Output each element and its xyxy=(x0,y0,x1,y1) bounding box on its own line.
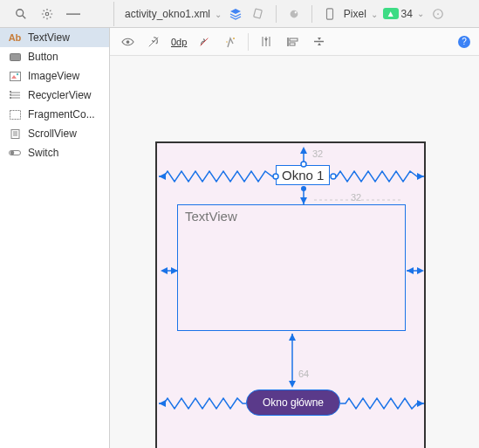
svg-marker-41 xyxy=(159,173,166,180)
placed-textview[interactable]: TextView xyxy=(177,204,406,331)
gear-icon[interactable] xyxy=(38,5,56,23)
button-icon xyxy=(9,51,21,63)
palette-label: ImageView xyxy=(28,70,79,82)
margin-label-top: 32 xyxy=(312,148,323,159)
svg-marker-54 xyxy=(171,267,178,274)
minimize-icon[interactable]: — xyxy=(65,5,82,23)
palette-label: Switch xyxy=(28,147,58,159)
default-margin[interactable]: 0dp xyxy=(171,37,187,47)
device-frame: 32 Okno 1 32 TextView xyxy=(155,141,426,448)
svg-rect-16 xyxy=(10,91,11,93)
svg-marker-60 xyxy=(289,381,296,388)
svg-rect-6 xyxy=(326,8,332,18)
palette-item-textview[interactable]: Ab TextView xyxy=(0,28,109,47)
design-canvas[interactable]: 32 Okno 1 32 TextView xyxy=(110,56,479,448)
textview-icon: Ab xyxy=(9,31,21,44)
palette-item-switch[interactable]: Switch xyxy=(0,143,109,162)
scrollview-icon xyxy=(9,128,21,140)
svg-rect-9 xyxy=(10,53,20,60)
svg-point-30 xyxy=(226,41,228,43)
constraint-arrow-right xyxy=(405,265,426,276)
top-toolbar: — activity_okno1.xml ⌄ Pixel ⌄ ▲ 34 ⌄ xyxy=(0,0,479,28)
recyclerview-icon xyxy=(9,89,21,101)
svg-point-2 xyxy=(45,12,49,16)
palette-label: ScrollView xyxy=(28,128,77,140)
search-icon[interactable] xyxy=(12,5,30,23)
more-icon[interactable] xyxy=(429,5,447,23)
rotate-icon[interactable] xyxy=(250,5,267,23)
palette-item-button[interactable]: Button xyxy=(0,47,109,66)
svg-point-45 xyxy=(301,162,306,167)
margin-label-bottom: 64 xyxy=(298,369,309,379)
svg-rect-36 xyxy=(290,38,298,41)
infer-constraints-icon[interactable] xyxy=(222,33,239,51)
device-icon[interactable] xyxy=(321,5,339,23)
guidelines-icon[interactable] xyxy=(257,33,275,51)
eye-icon[interactable] xyxy=(119,33,136,51)
svg-point-0 xyxy=(17,9,24,16)
palette-label: Button xyxy=(28,51,58,63)
svg-marker-50 xyxy=(300,197,307,204)
svg-marker-57 xyxy=(417,267,424,274)
constraint-arrow-bottom xyxy=(284,332,301,389)
palette-item-fragment[interactable]: FragmentCo... xyxy=(0,105,109,124)
clear-constraints-icon[interactable] xyxy=(195,33,213,51)
svg-marker-39 xyxy=(318,38,321,40)
palette-label: FragmentCo... xyxy=(28,108,95,121)
svg-rect-10 xyxy=(10,72,20,80)
svg-point-25 xyxy=(10,151,15,155)
align-icon[interactable] xyxy=(284,33,301,51)
svg-point-5 xyxy=(294,11,296,13)
theme-icon[interactable] xyxy=(285,5,303,23)
svg-line-27 xyxy=(149,37,159,46)
svg-point-8 xyxy=(437,13,439,15)
svg-point-47 xyxy=(273,174,278,179)
svg-marker-59 xyxy=(289,334,296,341)
file-name[interactable]: activity_okno1.xml ⌄ xyxy=(125,8,222,20)
help-icon[interactable]: ? xyxy=(458,36,470,48)
constraint-arrow-left xyxy=(159,265,180,276)
svg-marker-62 xyxy=(417,400,424,407)
android-icon: ▲ xyxy=(383,8,399,19)
svg-marker-56 xyxy=(407,267,414,274)
constraint-spring-horizontal-bottom xyxy=(157,395,428,412)
palette-item-imageview[interactable]: ImageView xyxy=(0,66,109,86)
svg-line-1 xyxy=(23,15,26,18)
palette-label: TextView xyxy=(28,31,70,44)
svg-marker-61 xyxy=(159,400,166,407)
svg-marker-42 xyxy=(417,173,424,180)
imageview-icon xyxy=(9,70,21,82)
design-toolbar: 0dp ? xyxy=(110,28,479,56)
svg-marker-44 xyxy=(300,147,307,154)
api-badge[interactable]: ▲ 34 ⌄ xyxy=(383,8,424,20)
svg-point-4 xyxy=(290,10,298,17)
autoconnect-icon[interactable] xyxy=(145,33,162,51)
svg-point-48 xyxy=(331,174,336,179)
svg-rect-37 xyxy=(290,43,295,45)
svg-marker-34 xyxy=(264,38,268,41)
svg-point-29 xyxy=(233,38,235,39)
svg-rect-17 xyxy=(10,93,11,95)
constraint-arrow-mid xyxy=(295,187,312,206)
fragment-icon xyxy=(9,108,21,121)
layers-icon[interactable] xyxy=(227,5,244,23)
svg-point-12 xyxy=(16,72,17,74)
svg-rect-19 xyxy=(10,110,20,119)
palette-item-scrollview[interactable]: ScrollView xyxy=(0,124,109,143)
svg-marker-11 xyxy=(11,75,17,79)
palette-item-recyclerview[interactable]: RecyclerView xyxy=(0,86,109,105)
svg-marker-53 xyxy=(161,267,168,274)
palette-sidebar: Ab TextView Button ImageView RecyclerVie… xyxy=(0,28,110,448)
pack-icon[interactable] xyxy=(310,33,327,51)
svg-rect-18 xyxy=(10,97,11,99)
palette-label: RecyclerView xyxy=(28,89,91,101)
switch-icon xyxy=(9,147,21,159)
svg-rect-3 xyxy=(254,9,263,18)
svg-marker-40 xyxy=(318,43,321,45)
device-selector[interactable]: Pixel ⌄ xyxy=(344,8,378,20)
svg-point-26 xyxy=(126,40,129,44)
